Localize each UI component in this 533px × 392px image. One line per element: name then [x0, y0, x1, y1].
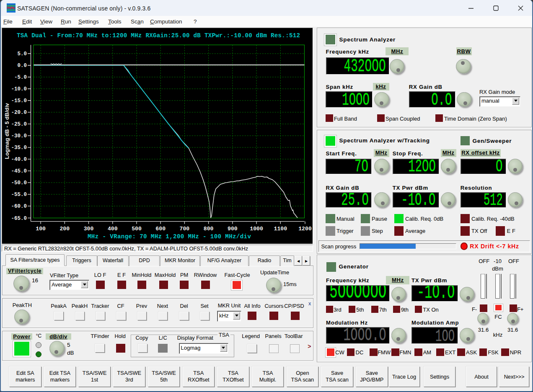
svg-text:700: 700 [180, 226, 190, 232]
svg-text:TSA Dual - From:70 MHz to:1200: TSA Dual - From:70 MHz to:1200 MHz RXGai… [17, 32, 300, 39]
svg-text:5.0: 5.0 [17, 51, 27, 57]
svg-text:1200: 1200 [298, 226, 312, 232]
svg-text:-40.0: -40.0 [11, 157, 27, 162]
svg-text:1000: 1000 [250, 226, 263, 232]
svg-text:-5.0: -5.0 [14, 75, 27, 80]
svg-text:-15.0: -15.0 [11, 98, 27, 104]
svg-text:900: 900 [228, 226, 238, 232]
svg-text:-25.0: -25.0 [11, 121, 27, 127]
svg-text:-45.0: -45.0 [11, 168, 27, 174]
svg-text:-60.0: -60.0 [11, 204, 27, 209]
svg-text:-55.0: -55.0 [11, 192, 27, 198]
svg-text:-20.0: -20.0 [11, 110, 27, 116]
svg-text:1100: 1100 [274, 226, 287, 232]
svg-text:Logmag dB - 5 dB/div: Logmag dB - 5 dB/div [4, 103, 10, 159]
svg-text:500: 500 [132, 226, 142, 232]
svg-text:400: 400 [108, 226, 118, 232]
svg-text:-65.0: -65.0 [11, 216, 27, 222]
svg-text:-35.0: -35.0 [11, 145, 27, 151]
svg-text:800: 800 [204, 226, 214, 232]
svg-text:-50.0: -50.0 [11, 180, 27, 186]
svg-text:600: 600 [155, 226, 166, 232]
svg-text:MHz - VRange: 70 MHz 1,200 MHz: MHz - VRange: 70 MHz 1,200 MHz - 100 MHz… [88, 233, 251, 240]
svg-text:-30.0: -30.0 [11, 133, 27, 139]
svg-text:-10.0: -10.0 [11, 86, 27, 92]
svg-text:100: 100 [36, 226, 46, 232]
svg-text:0.0: 0.0 [17, 63, 27, 69]
svg-text:300: 300 [84, 226, 94, 232]
svg-text:200: 200 [60, 226, 70, 232]
